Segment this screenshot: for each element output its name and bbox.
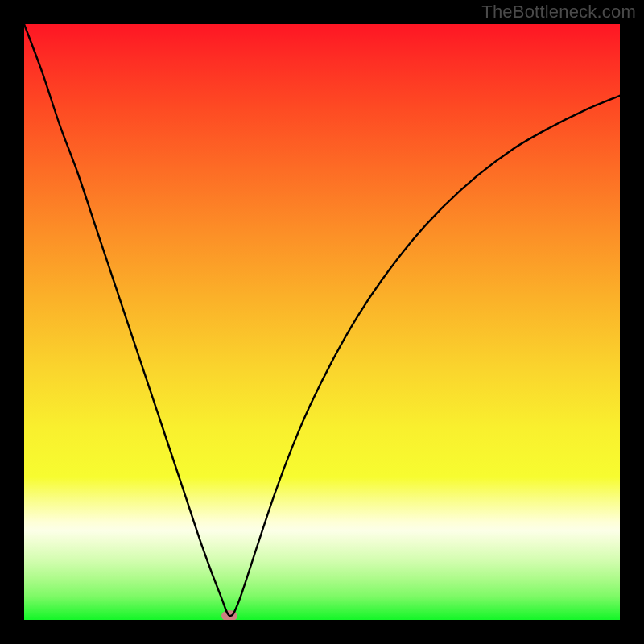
- watermark-label: TheBottleneck.com: [481, 2, 636, 23]
- chart-frame: TheBottleneck.com: [0, 0, 644, 644]
- bottleneck-curve: [24, 24, 620, 620]
- plot-area: [24, 24, 620, 620]
